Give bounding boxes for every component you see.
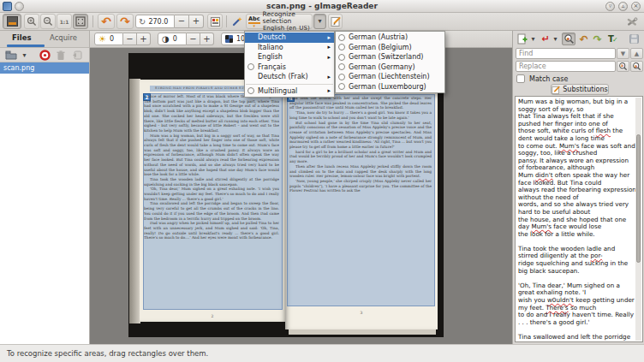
tab-files[interactable]: Files [12,33,31,42]
find-next-button[interactable]: ▼ [617,48,629,59]
menu-item-deutsch-frak[interactable]: Deutsch (Frak)▸ [245,72,334,82]
rotation-spinbox[interactable]: ↻ 270.0 [135,15,175,28]
minimize-button[interactable]: ▿ [605,2,615,11]
text-line: the look for a little while. [518,231,636,239]
contrast-icon: ◑ [162,34,170,44]
menu-item-label: German (Austria) [349,33,441,41]
menu-item-deutsch[interactable]: Deutsch▸ [245,33,334,43]
file-list-item[interactable]: scan.png [0,62,89,74]
zoom-in-button[interactable] [24,14,39,29]
find-replace-toggle[interactable]: a [562,33,575,45]
strip-linebreaks-dropdown[interactable]: ▾ [552,33,559,45]
page-bottom-edge [289,329,436,335]
menu-item-fran-ais[interactable]: Français▸ [245,62,334,73]
menu-item-label: German (Germany) [349,63,441,71]
arrow-down-icon: ▼ [621,50,625,57]
menu-item-german-switzerland[interactable]: German (Switzerland) [336,52,444,62]
delete-image-button[interactable] [54,49,68,62]
radio-icon [338,54,345,61]
undo-button[interactable]: ↶ [577,33,590,45]
toggle-controls-button[interactable] [3,14,21,29]
recognize-label: Recognize selection English (en_US) [263,11,310,32]
menu-item-german-liechtenstein[interactable]: German (Liechtenstein) [336,72,444,82]
radio-icon [338,74,345,80]
text-scrollbar[interactable] [635,98,641,341]
ocr-text-content: Mum was a big woman, but big in a soggy … [518,98,636,342]
zoom-out-button[interactable] [40,14,56,29]
clear-images-button[interactable] [70,49,84,62]
rotation-increment-button[interactable]: + [189,15,204,28]
rotation-decrement-button[interactable]: − [175,15,189,28]
chevron-down-icon: ▾ [318,18,321,25]
text-line: wish you w0uldn't keep getting under my … [518,297,636,312]
find-previous-button[interactable]: ▲ [630,48,643,59]
insert-mode-button[interactable] [516,33,529,45]
replace-button[interactable]: a [617,61,629,72]
brightness-increment-button[interactable]: + [137,33,151,45]
screenshot-button[interactable] [38,49,51,62]
maximize-button[interactable]: ▵ [618,2,628,11]
radio-icon [247,63,254,70]
replace-input[interactable] [516,61,616,72]
settings-button[interactable] [623,14,640,29]
resolution-icon [225,35,233,43]
menu-item-label: Italiano [258,44,325,51]
close-button[interactable]: × [631,2,641,11]
text-line: pansy. It always wore an expression of f… [518,157,636,172]
active-tab-indicator [7,45,45,47]
text-line: ridge squelching and sucking in the big … [518,260,636,275]
contrast-decrement-button[interactable]: − [187,33,200,45]
replace-all-icon: a [632,62,641,71]
red-target-icon [39,50,51,61]
menu-item-german-belgium[interactable]: German (Belgium) [336,43,444,53]
menu-item-german-luxembourg[interactable]: German (Luxembourg) [336,82,444,92]
recognize-language-dropdown[interactable]: ▾ [313,14,326,29]
rotate-right-button[interactable]: ↷ [116,14,134,29]
zoom-fit-button[interactable] [73,14,88,29]
svg-text:a: a [566,36,569,41]
ocr-text-area[interactable]: Mum was a big woman, but big in a soggy … [515,96,643,342]
contrast-increment-button[interactable]: + [200,33,214,45]
menu-item-german-austria[interactable]: German (Austria) [336,33,444,43]
spellcheck-button[interactable]: T✓ [605,33,617,45]
menu-separator [246,84,333,85]
strip-linebreaks-button[interactable]: ↵ [540,33,552,45]
add-images-dropdown[interactable]: ▾ [20,49,29,62]
edit-mode-button[interactable] [328,14,343,29]
display-options-button[interactable] [207,14,223,29]
menu-item-english[interactable]: English▸ [245,52,334,62]
substitutions-button[interactable]: Substitutions [551,84,609,95]
insert-mode-icon [517,33,528,45]
output-panel: ▾ ↵ ▾ a ↶ ↷ T✓ [512,31,644,344]
menu-item-italiano[interactable]: Italiano▸ [245,43,334,53]
redo-button[interactable]: ↷ [591,33,604,45]
find-replace-icon: a [564,33,575,45]
book-paragraph: Tina swallowed and left the porridge and… [144,201,279,221]
rotate-left-button[interactable]: ↶ [98,14,115,29]
right-page-number: 3 [285,311,438,315]
text-line: words, and so she always tried very hard… [518,201,636,216]
menu-item-multilingual[interactable]: Multilingual▸ [245,86,334,97]
book-paragraph: 'Tina, now do try to hurry ... there's a… [289,110,432,120]
autolayout-button[interactable] [230,14,244,29]
insert-mode-dropdown[interactable]: ▾ [529,33,537,45]
zoom-original-button[interactable]: 1:1 [57,14,72,29]
german-submenu: German (Austria)German (Belgium)German (… [335,31,445,93]
menu-item-german-germany[interactable]: German (Germany) [336,62,444,73]
match-case-checkbox[interactable] [516,74,525,83]
replace-all-button[interactable]: a [630,61,643,72]
brightness-spinbox[interactable]: ☀ 0 [94,33,123,45]
recognize-button[interactable]: Abc ▾ Recognize selection English (en_US… [246,14,313,29]
find-input[interactable] [516,48,616,59]
contrast-spinbox[interactable]: ◑ 0 [158,33,187,45]
tab-acquire[interactable]: Acquire [50,33,77,42]
book-paragraph: Tina took the wooden ladle and stirred d… [144,177,279,187]
add-images-button[interactable] [3,49,19,62]
text-line: 'Oh, Tina dear,' Mum sighed on a great e… [518,282,636,297]
scan-right-page: 4 Tina took the broom with her and she s… [285,74,438,329]
chevron-down-icon: ▾ [22,52,26,59]
save-text-button[interactable] [628,33,641,45]
brightness-decrement-button[interactable]: − [123,33,137,45]
scrollbar-thumb[interactable] [636,134,641,263]
radio-icon [338,83,345,90]
